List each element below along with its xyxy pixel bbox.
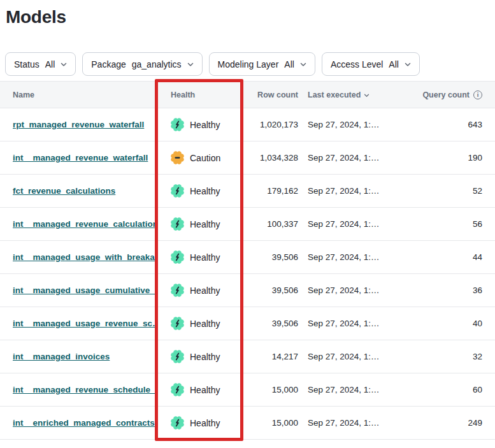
health-label: Healthy — [190, 285, 220, 296]
model-link[interactable]: fct_revenue_calculations — [13, 186, 115, 196]
modeling-layer-filter[interactable]: Modeling Layer All — [209, 52, 315, 76]
column-header-query-count: Query count i — [412, 90, 495, 99]
table-row: int__managed_usage_cumulative_… Healthy … — [0, 274, 495, 307]
name-cell: int__managed_usage_cumulative_… — [0, 285, 156, 295]
last-executed-cell: Sep 27, 2024, 1:… — [298, 285, 412, 295]
last-executed-cell: Sep 27, 2024, 1:… — [298, 319, 412, 328]
health-status-icon — [171, 151, 184, 164]
query-count-cell: 36 — [412, 285, 495, 295]
info-icon[interactable]: i — [473, 90, 482, 99]
health-cell: Healthy — [156, 416, 241, 430]
row-count-cell: 14,217 — [241, 352, 298, 361]
table-row: int__managed_invoices Healthy 14,217 Sep… — [0, 340, 495, 373]
chevron-down-icon — [405, 62, 411, 67]
model-link[interactable]: int__managed_revenue_calculations — [13, 219, 156, 229]
name-cell: int__enriched_managed_contracts — [0, 418, 156, 428]
query-count-cell: 44 — [412, 252, 495, 262]
name-cell: int__managed_usage_with_breaka… — [0, 252, 156, 262]
query-count-cell: 643 — [412, 120, 495, 129]
last-executed-cell: Sep 27, 2024, 1:… — [298, 186, 412, 196]
health-cell: Healthy — [156, 284, 241, 297]
health-status-icon — [171, 350, 184, 363]
health-label: Healthy — [190, 252, 220, 263]
query-count-cell: 56 — [412, 219, 495, 229]
row-count-cell: 39,506 — [241, 252, 298, 262]
health-label: Healthy — [190, 418, 220, 428]
health-label: Caution — [190, 153, 220, 163]
health-status-icon — [171, 184, 184, 198]
health-status-icon — [171, 416, 184, 430]
health-cell: Healthy — [156, 383, 241, 396]
modeling-layer-filter-label: Modeling Layer — [218, 59, 279, 69]
chevron-down-icon — [61, 62, 67, 67]
row-count-cell: 1,020,173 — [241, 120, 298, 129]
last-executed-cell: Sep 27, 2024, 1:… — [298, 153, 412, 163]
health-status-icon — [171, 383, 184, 396]
query-count-cell: 249 — [412, 418, 495, 428]
model-link[interactable]: int__managed_revenue_schedule_… — [13, 385, 156, 394]
query-count-cell: 40 — [412, 319, 495, 328]
query-count-cell: 52 — [412, 186, 495, 196]
query-count-cell: 190 — [412, 153, 495, 163]
filter-bar: Status All Package ga_analytics Modeling… — [5, 52, 495, 76]
row-count-cell: 39,506 — [241, 319, 298, 328]
table-row: int__managed_usage_with_breaka… Healthy … — [0, 241, 495, 274]
row-count-cell: 15,000 — [241, 385, 298, 394]
name-cell: rpt_managed_revenue_waterfall — [0, 120, 156, 129]
chevron-down-icon — [187, 62, 194, 67]
row-count-cell: 1,034,328 — [241, 153, 298, 163]
health-status-icon — [171, 118, 184, 131]
table-row: fct_revenue_calculations Healthy 179,162… — [0, 175, 495, 208]
health-label: Healthy — [190, 120, 220, 130]
health-cell: Healthy — [156, 217, 241, 231]
row-count-cell: 39,506 — [241, 285, 298, 295]
table-body: rpt_managed_revenue_waterfall Healthy 1,… — [0, 108, 495, 440]
health-cell: Caution — [156, 151, 241, 164]
last-executed-cell: Sep 27, 2024, 1:… — [298, 219, 412, 229]
query-count-cell: 32 — [412, 352, 495, 361]
health-cell: Healthy — [156, 184, 241, 198]
last-executed-cell: Sep 27, 2024, 1:… — [298, 120, 412, 129]
name-cell: int__managed_revenue_schedule_… — [0, 385, 156, 394]
last-executed-label: Last executed — [308, 90, 361, 99]
model-link[interactable]: int__managed_invoices — [13, 352, 110, 361]
package-filter-label: Package — [91, 59, 126, 69]
status-filter[interactable]: Status All — [5, 52, 76, 76]
health-status-icon — [171, 317, 184, 330]
column-header-health: Health — [156, 90, 241, 99]
name-cell: int__managed_revenue_calculations — [0, 219, 156, 229]
query-count-label: Query count — [422, 90, 470, 99]
table-row: rpt_managed_revenue_waterfall Healthy 1,… — [0, 108, 495, 141]
health-cell: Healthy — [156, 350, 241, 363]
model-link[interactable]: int__enriched_managed_contracts — [13, 418, 155, 428]
model-link[interactable]: rpt_managed_revenue_waterfall — [13, 120, 144, 129]
row-count-cell: 100,337 — [241, 219, 298, 229]
last-executed-cell: Sep 27, 2024, 1:… — [298, 252, 412, 262]
access-level-filter[interactable]: Access Level All — [322, 52, 420, 76]
column-header-name: Name — [0, 90, 156, 99]
table-row: int__managed_revenue_waterfall Caution 1… — [0, 141, 495, 175]
table-header-row: Name Health Row count Last executed Quer… — [0, 81, 495, 108]
sort-chevron-down-icon — [364, 94, 369, 98]
health-label: Healthy — [190, 385, 220, 395]
model-link[interactable]: int__managed_usage_revenue_sc… — [13, 319, 156, 328]
column-header-last-executed[interactable]: Last executed — [298, 90, 412, 99]
model-link[interactable]: int__managed_revenue_waterfall — [13, 153, 148, 163]
package-filter[interactable]: Package ga_analytics — [82, 52, 202, 76]
model-link[interactable]: int__managed_usage_with_breaka… — [13, 252, 156, 262]
query-count-cell: 60 — [412, 385, 495, 394]
table-row: int__managed_usage_revenue_sc… Healthy 3… — [0, 307, 495, 340]
model-link[interactable]: int__managed_usage_cumulative_… — [13, 285, 156, 295]
name-cell: int__managed_usage_revenue_sc… — [0, 319, 156, 328]
chevron-down-icon — [300, 62, 306, 67]
health-status-icon — [171, 284, 184, 297]
row-count-cell: 179,162 — [241, 186, 298, 196]
health-label: Healthy — [190, 352, 220, 362]
table-row: int__enriched_managed_contracts Healthy … — [0, 407, 495, 440]
access-level-filter-value: All — [389, 59, 399, 69]
last-executed-cell: Sep 27, 2024, 1:… — [298, 385, 412, 394]
name-cell: int__managed_revenue_waterfall — [0, 153, 156, 163]
status-filter-label: Status — [14, 59, 39, 69]
row-count-cell: 15,000 — [241, 418, 298, 428]
modeling-layer-filter-value: All — [284, 59, 294, 69]
